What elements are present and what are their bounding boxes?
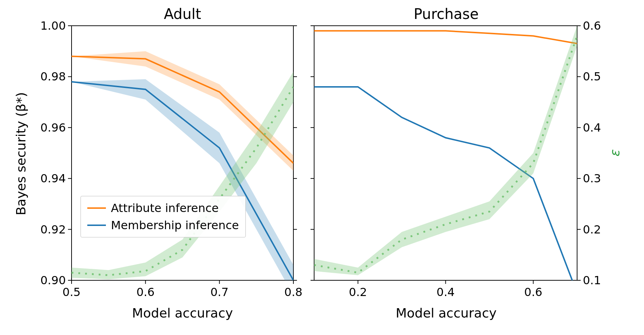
series-membership-inference xyxy=(314,87,577,293)
y-tick-label-left: 0.90 xyxy=(40,274,66,287)
x-tick-label: 0.2 xyxy=(349,285,367,299)
y-tick-label-left: 0.92 xyxy=(40,223,66,236)
x-tick-label: 0.6 xyxy=(136,285,155,299)
x-tick-label: 0.7 xyxy=(210,285,229,299)
legend-swatch-blue xyxy=(87,225,106,226)
y-tick-label-left: 1.00 xyxy=(40,19,66,33)
legend-row-attribute: Attribute inference xyxy=(87,201,239,215)
legend: Attribute inference Membership inference xyxy=(80,196,246,237)
x-tick-label: 0.5 xyxy=(63,285,81,299)
x-tick-label: 0.6 xyxy=(524,285,542,299)
y-tick-label-left: 0.94 xyxy=(40,172,66,185)
y-tick-label-right: 0.3 xyxy=(583,172,601,185)
legend-row-membership: Membership inference xyxy=(87,218,239,232)
series-- xyxy=(314,26,577,275)
plot-svg xyxy=(0,0,644,335)
y-tick-label-right: 0.5 xyxy=(583,70,601,83)
legend-swatch-orange xyxy=(87,207,106,209)
series-- xyxy=(72,72,293,279)
y-tick-label-left: 0.98 xyxy=(40,70,66,83)
figure: Adult Purchase Bayes security (β*) ε Mod… xyxy=(0,0,644,335)
y-tick-label-right: 0.2 xyxy=(583,223,601,236)
series-attribute-inference xyxy=(314,31,577,44)
series-membership-inference xyxy=(72,79,293,296)
legend-label-membership: Membership inference xyxy=(111,218,239,232)
y-tick-label-right: 0.6 xyxy=(583,19,601,33)
y-tick-label-right: 0.4 xyxy=(583,121,601,134)
legend-label-attribute: Attribute inference xyxy=(111,201,219,215)
y-tick-label-left: 0.96 xyxy=(40,121,66,134)
y-tick-label-right: 0.1 xyxy=(583,274,601,287)
x-tick-label: 0.8 xyxy=(284,285,303,299)
x-tick-label: 0.4 xyxy=(436,285,455,299)
